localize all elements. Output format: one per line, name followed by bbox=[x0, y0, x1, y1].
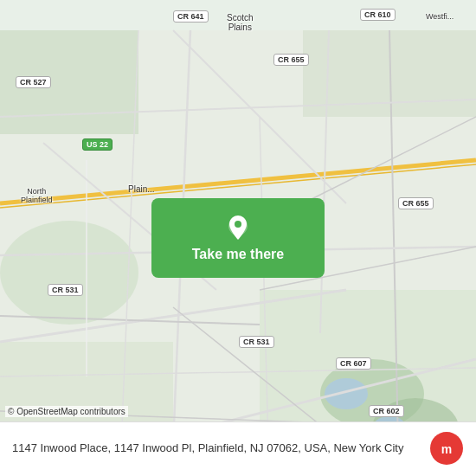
moovit-logo-icon: m bbox=[429, 431, 464, 466]
badge-us22: US 22 bbox=[82, 138, 113, 151]
bottom-bar: 1147 Inwood Place, 1147 Inwood Pl, Plain… bbox=[0, 421, 476, 476]
badge-cr655-top: CR 655 bbox=[273, 54, 309, 66]
take-me-there-button[interactable]: Take me there bbox=[151, 198, 325, 278]
badge-cr531b: CR 531 bbox=[239, 336, 274, 348]
place-north-plainfield: NorthPlainfield bbox=[21, 187, 53, 204]
address-text: 1147 Inwood Place, 1147 Inwood Pl, Plain… bbox=[12, 441, 421, 456]
location-pin-icon bbox=[224, 214, 252, 241]
badge-cr655-mid: CR 655 bbox=[398, 197, 434, 209]
map-container: CR 641 CR 527 US 22 CR 655 CR 610 CR 655… bbox=[0, 0, 476, 476]
badge-cr531: CR 531 bbox=[48, 284, 83, 296]
place-scotch-plains: ScotchPlains bbox=[227, 13, 254, 32]
badge-cr641: CR 641 bbox=[173, 10, 209, 23]
place-westfield: Westfi... bbox=[426, 12, 453, 21]
svg-point-8 bbox=[325, 378, 368, 409]
badge-cr527: CR 527 bbox=[16, 76, 51, 88]
place-plainfield: Plain... bbox=[128, 184, 155, 194]
osm-attribution: © OpenStreetMap contributors bbox=[5, 406, 128, 417]
svg-point-31 bbox=[235, 221, 241, 228]
svg-text:m: m bbox=[441, 442, 452, 456]
take-me-there-label: Take me there bbox=[192, 247, 284, 262]
badge-cr610: CR 610 bbox=[360, 9, 396, 21]
address-line: 1147 Inwood Place, 1147 Inwood Pl, Plain… bbox=[12, 441, 403, 454]
badge-cr602: CR 602 bbox=[369, 405, 404, 417]
svg-point-3 bbox=[0, 221, 138, 325]
attribution-text: © OpenStreetMap contributors bbox=[8, 407, 125, 416]
badge-cr607: CR 607 bbox=[336, 357, 371, 370]
moovit-logo: m bbox=[429, 431, 464, 466]
